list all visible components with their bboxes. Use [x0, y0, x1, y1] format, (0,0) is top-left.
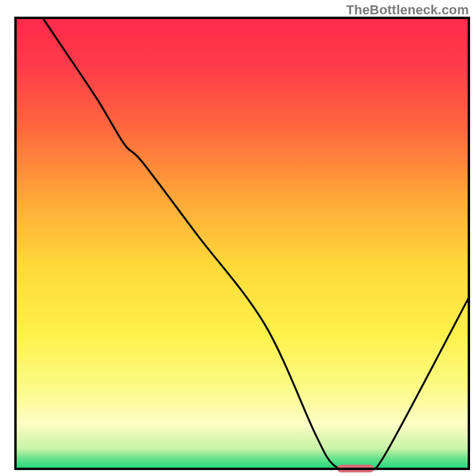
plot-background: [15, 18, 469, 469]
chart-container: TheBottleneck.com: [0, 0, 476, 476]
watermark-text: TheBottleneck.com: [346, 2, 469, 18]
bottleneck-chart: [0, 0, 476, 476]
